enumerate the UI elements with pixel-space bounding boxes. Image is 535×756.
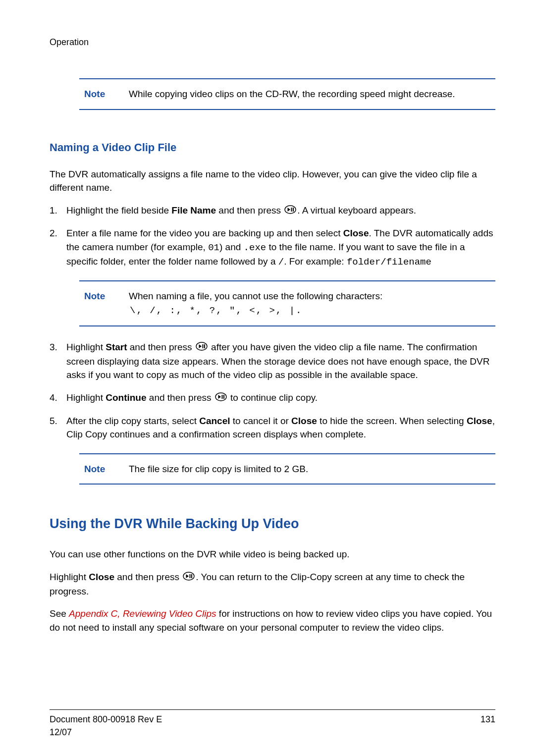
footer-date: 12/07 bbox=[50, 726, 162, 739]
text: Highlight bbox=[66, 342, 106, 352]
page-number: 131 bbox=[481, 713, 495, 739]
text: and then press bbox=[216, 205, 283, 216]
step-2: 2. Enter a file name for the video you a… bbox=[50, 226, 495, 270]
heading-using-dvr: Using the DVR While Backing Up Video bbox=[50, 514, 495, 534]
svg-rect-3 bbox=[293, 208, 294, 212]
note-block-1: Note While copying video clips on the CD… bbox=[79, 78, 495, 110]
text: Enter a file name for the video you are … bbox=[66, 228, 343, 238]
svg-rect-6 bbox=[202, 344, 203, 348]
text-bold: Start bbox=[106, 342, 127, 352]
note-label: Note bbox=[84, 289, 129, 303]
text-bold: Close bbox=[89, 572, 114, 582]
section-header: Operation bbox=[50, 36, 495, 49]
text-mono: 01 bbox=[208, 242, 219, 253]
note-line1: When naming a file, you cannot use the f… bbox=[129, 289, 490, 303]
text-bold: Close bbox=[467, 416, 492, 426]
text: ) and bbox=[219, 242, 244, 252]
paragraph: Highlight Close and then press . You can… bbox=[50, 570, 495, 598]
play-pause-icon bbox=[196, 341, 208, 355]
paragraph: You can use other functions on the DVR w… bbox=[50, 547, 495, 561]
text: . A virtual keyboard appears. bbox=[297, 205, 416, 216]
step-4: 4. Highlight Continue and then press to … bbox=[50, 391, 495, 405]
svg-rect-15 bbox=[191, 574, 192, 578]
step-1: 1. Highlight the field beside File Name … bbox=[50, 204, 495, 218]
page-footer: Document 800-00918 Rev E 12/07 131 bbox=[50, 709, 495, 739]
text-mono: folder/filename bbox=[347, 257, 431, 268]
play-pause-icon bbox=[183, 571, 195, 585]
text-bold: Continue bbox=[106, 392, 146, 403]
text: and then press bbox=[127, 342, 195, 352]
text: Highlight bbox=[50, 572, 89, 582]
text: and then press bbox=[147, 392, 214, 403]
text: and then press bbox=[114, 572, 182, 582]
intro-paragraph: The DVR automatically assigns a file nam… bbox=[50, 167, 495, 195]
step-number: 1. bbox=[50, 204, 66, 218]
note-text: The file size for clip copy is limited t… bbox=[129, 462, 490, 476]
svg-rect-10 bbox=[221, 395, 222, 399]
step-number: 2. bbox=[50, 226, 66, 270]
text: Highlight the field beside bbox=[66, 205, 171, 216]
cross-reference-link[interactable]: Appendix C, Reviewing Video Clips bbox=[69, 608, 216, 619]
step-number: 3. bbox=[50, 340, 66, 382]
svg-rect-14 bbox=[190, 574, 191, 578]
text-bold: Close bbox=[291, 416, 317, 426]
note-block-3: Note The file size for clip copy is limi… bbox=[79, 453, 495, 485]
text-mono: .exe bbox=[244, 242, 267, 253]
text-bold: File Name bbox=[171, 205, 216, 216]
text: to cancel it or bbox=[230, 416, 292, 426]
note-text: While copying video clips on the CD-RW, … bbox=[129, 87, 490, 101]
footer-doc: Document 800-00918 Rev E bbox=[50, 713, 162, 726]
svg-rect-7 bbox=[204, 344, 205, 348]
note-label: Note bbox=[84, 462, 129, 476]
text: Highlight bbox=[66, 392, 106, 403]
svg-marker-13 bbox=[186, 574, 189, 578]
step-number: 4. bbox=[50, 391, 66, 405]
text-bold: Cancel bbox=[199, 416, 230, 426]
note-label: Note bbox=[84, 87, 129, 101]
text: to continue clip copy. bbox=[228, 392, 318, 403]
step-3: 3. Highlight Start and then press after … bbox=[50, 340, 495, 382]
svg-marker-9 bbox=[218, 395, 221, 399]
paragraph: See Appendix C, Reviewing Video Clips fo… bbox=[50, 607, 495, 634]
heading-naming-clip: Naming a Video Clip File bbox=[50, 140, 495, 156]
text: . For example: bbox=[284, 256, 347, 267]
svg-marker-5 bbox=[199, 344, 202, 348]
note-chars: \, /, :, *, ?, ", <, >, |. bbox=[130, 304, 490, 318]
svg-rect-11 bbox=[223, 395, 224, 399]
text-mono: / bbox=[278, 257, 284, 268]
text: See bbox=[50, 608, 69, 619]
svg-rect-2 bbox=[291, 208, 292, 212]
text: to hide the screen. When selecting bbox=[317, 416, 467, 426]
note-text: When naming a file, you cannot use the f… bbox=[129, 289, 490, 318]
note-block-2: Note When naming a file, you cannot use … bbox=[79, 280, 495, 326]
play-pause-icon bbox=[215, 391, 227, 405]
svg-marker-1 bbox=[288, 208, 291, 212]
play-pause-icon bbox=[284, 204, 296, 218]
text: After the clip copy starts, select bbox=[66, 416, 199, 426]
step-number: 5. bbox=[50, 414, 66, 441]
text-bold: Close bbox=[343, 228, 369, 238]
step-5: 5. After the clip copy starts, select Ca… bbox=[50, 414, 495, 441]
